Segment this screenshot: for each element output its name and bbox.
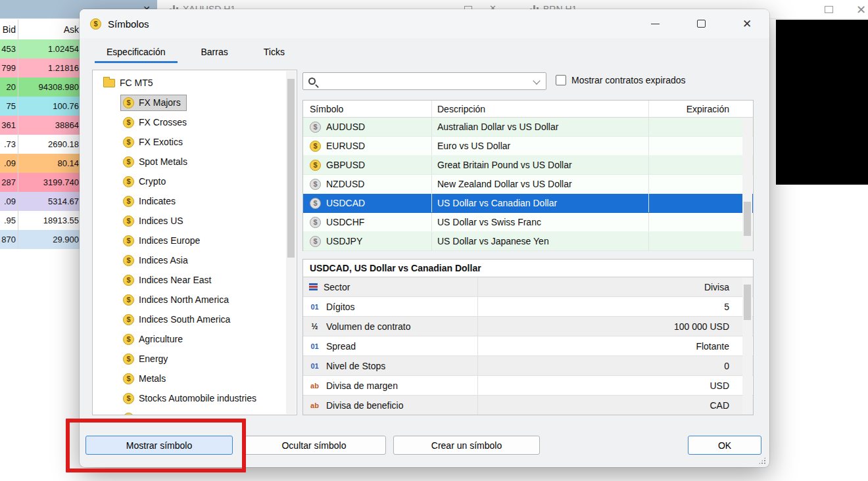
market-watch-row[interactable]: 870 29.900 bbox=[0, 230, 82, 249]
tree-item[interactable]: $ FX Exotics bbox=[93, 132, 297, 152]
bid-column-header: Bid bbox=[0, 20, 18, 39]
column-header-expiration[interactable]: Expiración bbox=[649, 101, 753, 117]
tree-item[interactable]: $ Indices Near East bbox=[93, 270, 297, 290]
symbol-description: US Dollar vs Japanese Yen bbox=[432, 232, 649, 250]
symbol-group-icon: $ bbox=[123, 117, 134, 128]
dialog-tab[interactable]: Ticks bbox=[246, 38, 302, 66]
symbol-group-tree: FC MT5 $ FX Majors bbox=[92, 70, 297, 415]
tree-item[interactable]: $ Agriculture bbox=[93, 329, 297, 349]
specification-rows: Sector Divisa 01 Dígitos 5 bbox=[303, 277, 753, 415]
symbol-cell: $ USDJPY bbox=[303, 232, 432, 250]
bid-value: .09 bbox=[0, 192, 18, 211]
symbol-name: AUDUSD bbox=[326, 122, 365, 132]
symbol-name: USDCHF bbox=[326, 217, 364, 227]
show-symbol-button[interactable]: Mostrar símbolo bbox=[85, 436, 233, 455]
tree-item[interactable]: $ bbox=[93, 408, 297, 415]
tree-item[interactable]: $ Crypto bbox=[93, 172, 297, 191]
chevron-down-icon[interactable] bbox=[533, 77, 540, 84]
market-watch-row[interactable]: 453 1.02454 bbox=[0, 39, 82, 58]
symbol-row[interactable]: $ AUDUSD Australian Dollar vs US Dollar bbox=[303, 118, 753, 137]
column-header-description[interactable]: Descripción bbox=[432, 101, 649, 117]
tree-root-item[interactable]: FC MT5 bbox=[93, 73, 297, 93]
symbol-description: US Dollar vs Swiss Franc bbox=[432, 213, 649, 231]
maximize-button[interactable] bbox=[686, 9, 716, 38]
tree-item[interactable]: $ FX Majors bbox=[93, 93, 297, 112]
market-watch-panel: Bid Ask 453 1.02454 799 1.21816 20 94308… bbox=[0, 20, 82, 249]
tree-item[interactable]: $ Metals bbox=[93, 369, 297, 388]
hide-symbol-button[interactable]: Ocultar símbolo bbox=[242, 436, 386, 455]
tree-item-label: Crypto bbox=[139, 176, 166, 187]
tree-item-label: Indices Europe bbox=[139, 235, 200, 246]
create-symbol-button[interactable]: Crear un símbolo bbox=[393, 436, 540, 455]
market-watch-row[interactable]: 361 38864 bbox=[0, 116, 82, 135]
close-button[interactable]: ✕ bbox=[732, 9, 762, 38]
symbol-row[interactable]: $ GBPUSD Great Britain Pound vs US Dolla… bbox=[303, 156, 753, 175]
spec-value: USD bbox=[478, 376, 753, 395]
symbol-row[interactable]: $ USDCHF US Dollar vs Swiss Franc bbox=[303, 213, 753, 232]
symbol-expiration bbox=[649, 213, 753, 231]
market-watch-row[interactable]: 20 94308.980 bbox=[0, 78, 82, 97]
tree-item[interactable]: $ Indices South America bbox=[93, 309, 297, 329]
tree-scrollbar[interactable] bbox=[286, 71, 296, 414]
market-watch-rows: 453 1.02454 799 1.21816 20 94308.980 75 … bbox=[0, 39, 82, 249]
tree-item-label: FX Crosses bbox=[139, 117, 187, 127]
market-watch-header-row: Bid Ask bbox=[0, 20, 82, 39]
search-input[interactable] bbox=[321, 76, 530, 87]
tree-item[interactable]: $ Spot Metals bbox=[93, 152, 297, 172]
spec-label-cell: ½ Volumen de contrato bbox=[303, 317, 478, 336]
symbol-description: Euro vs US Dollar bbox=[432, 137, 649, 155]
minimize-button[interactable] bbox=[640, 9, 670, 38]
tree-item[interactable]: $ Indices North America bbox=[93, 290, 297, 309]
tree-item[interactable]: $ Indicates bbox=[93, 191, 297, 211]
symbol-cell: $ USDCAD bbox=[303, 194, 432, 212]
tree-item-label: Indices North America bbox=[139, 294, 229, 305]
ok-button[interactable]: OK bbox=[688, 436, 761, 455]
symbol-cell: $ AUDUSD bbox=[303, 118, 432, 136]
dialog-tabs: Especificación Barras Ticks bbox=[89, 38, 302, 66]
expired-contracts-checkbox[interactable] bbox=[556, 75, 566, 85]
tree-item[interactable]: $ FX Crosses bbox=[93, 112, 297, 132]
tree-item[interactable]: $ Energy bbox=[93, 349, 297, 369]
symbol-row[interactable]: $ EURUSD Euro vs US Dollar bbox=[303, 137, 753, 156]
tree-item[interactable]: $ Indices US bbox=[93, 211, 297, 231]
market-watch-row[interactable]: .09 5314.67 bbox=[0, 192, 82, 211]
spread-icon: 01 bbox=[309, 342, 320, 350]
market-watch-row[interactable]: 75 100.76 bbox=[0, 97, 82, 116]
symbol-cell: $ GBPUSD bbox=[303, 156, 432, 174]
symbol-expiration bbox=[649, 194, 753, 212]
desktop: XAUUSD,H1 ✕ BRN,H1 ✕ ✕ Bid Ask 453 1.024… bbox=[0, 0, 868, 481]
market-watch-row[interactable]: .73 2690.18 bbox=[0, 135, 82, 154]
market-watch-row[interactable]: .95 18913.55 bbox=[0, 211, 82, 230]
symbol-expiration bbox=[649, 175, 753, 193]
scrollbar-thumb[interactable] bbox=[287, 79, 295, 258]
symbols-dialog-icon: $ bbox=[90, 18, 101, 30]
market-watch-row[interactable]: 799 1.21816 bbox=[0, 58, 82, 78]
market-watch-row[interactable]: 287 3199.740 bbox=[0, 173, 82, 192]
column-header-symbol[interactable]: Símbolo bbox=[303, 101, 432, 117]
symbol-row[interactable]: $ NZDUSD New Zealand Dollar vs US Dollar bbox=[303, 175, 753, 194]
tree-item-label: Stocks Automobile industries bbox=[139, 393, 256, 403]
ask-value: 29.900 bbox=[18, 230, 82, 249]
spec-label-cell: ab Divisa de beneficio bbox=[303, 396, 478, 415]
spec-row: ½ Volumen de contrato 100 000 USD bbox=[303, 317, 753, 336]
tree-item[interactable]: $ Stocks Automobile industries bbox=[93, 388, 297, 408]
table-scrollbar[interactable] bbox=[742, 118, 752, 250]
spec-label: Dígitos bbox=[326, 302, 355, 312]
dialog-tab[interactable]: Barras bbox=[183, 38, 246, 66]
tree-item-label: FX Majors bbox=[139, 97, 181, 108]
symbol-search-combo[interactable] bbox=[302, 72, 546, 90]
close-icon[interactable]: ✕ bbox=[856, 3, 866, 17]
tree-item[interactable]: $ Indices Europe bbox=[93, 231, 297, 250]
dialog-tab[interactable]: Especificación bbox=[89, 38, 183, 66]
symbol-row[interactable]: $ USDCAD US Dollar vs Canadian Dollar bbox=[303, 194, 753, 213]
symbol-row[interactable]: $ USDJPY US Dollar vs Japanese Yen bbox=[303, 232, 753, 251]
resize-grip[interactable] bbox=[758, 457, 766, 465]
tree-item[interactable]: $ Indices Asia bbox=[93, 250, 297, 270]
scrollbar-thumb[interactable] bbox=[744, 202, 751, 236]
scrollbar-thumb[interactable] bbox=[744, 285, 751, 320]
market-watch-row[interactable]: .09 80.14 bbox=[0, 154, 82, 173]
dialog-titlebar[interactable]: $ Símbolos ✕ bbox=[80, 9, 769, 38]
symbol-group-icon: $ bbox=[123, 216, 134, 227]
details-scrollbar[interactable] bbox=[742, 278, 752, 414]
maximize-icon[interactable] bbox=[825, 6, 833, 13]
